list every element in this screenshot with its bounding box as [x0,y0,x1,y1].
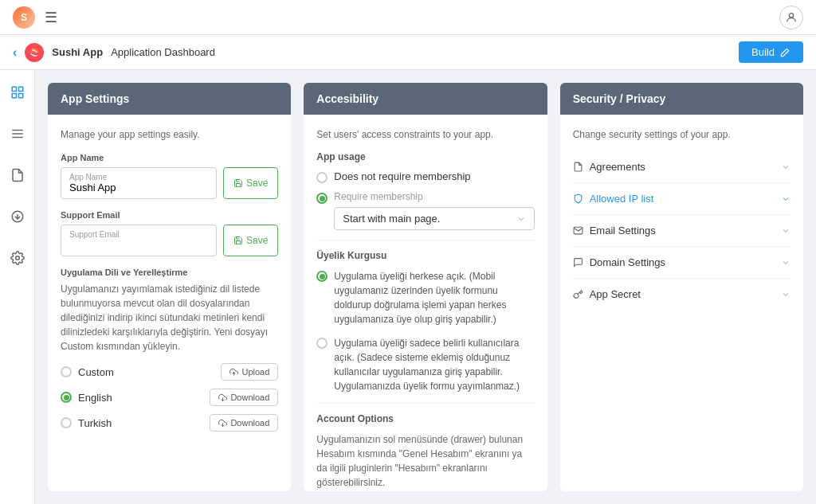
allowed-ip-chevron [781,194,790,204]
membership-section-label: Üyelik Kurgusu [316,250,534,261]
support-email-group: Support Email Save [61,225,278,256]
app-name-input[interactable] [69,182,208,193]
hamburger-icon[interactable]: ☰ [45,9,57,26]
app-secret-chevron [781,290,790,299]
lang-section-label: Uygulama Dili ve Yerelleştirme [61,268,278,277]
security-body: Change security settings of your app. Ag… [560,115,803,491]
account-options-desc: Uygulamanızın sol menüsünde (drawer) bul… [316,432,534,490]
agreements-chevron [781,162,790,172]
domain-settings-chevron [781,258,790,268]
require-membership-block: Require membership Start with main page. [334,191,534,230]
no-membership-radio[interactable] [316,172,328,183]
require-membership-radio[interactable] [316,193,328,204]
main-content: App Settings Manage your app settings ea… [35,70,816,504]
account-options-label: Account Options [316,413,534,424]
custom-radio[interactable] [61,366,72,377]
app-name-field-label: App Name [69,173,208,182]
membership-open-radio[interactable] [316,271,328,282]
turkish-download-button[interactable]: Download [210,414,278,432]
app-name-input-wrapper: App Name [61,167,217,199]
email-settings-label: Email Settings [590,225,656,236]
allowed-ip-label: Allowed IP list [590,193,654,205]
domain-icon [573,257,583,268]
lang-english: English Download [61,389,278,406]
sidebar-item-list[interactable] [5,121,30,147]
agreements-label: Agreements [590,161,645,173]
select-value: Start with main page. [343,213,440,225]
svg-rect-2 [18,87,22,91]
domain-settings-label: Domain Settings [590,256,665,268]
membership-restricted-radio[interactable] [316,338,328,349]
security-item-agreements[interactable]: Agreements [573,151,790,183]
membership-open-option: Uygulama üyeliği herkese açık. (Mobil uy… [316,269,534,326]
app-name-section-label: App Name [61,153,278,162]
top-nav: S ☰ [0,0,816,35]
support-email-section-label: Support Email [61,210,278,220]
app-secret-icon [573,289,583,299]
sidebar-item-document[interactable] [5,162,30,188]
security-item-email[interactable]: Email Settings [573,215,790,247]
main-page-select[interactable]: Start with main page. [334,207,534,230]
security-header: Security / Privacy [560,83,803,115]
accessibility-body: Set users' access constraints to your ap… [304,115,547,491]
lang-turkish: Turkish Download [61,414,278,432]
sidebar-item-settings[interactable] [5,245,30,271]
svg-rect-1 [12,87,16,91]
custom-upload-button[interactable]: Upload [221,363,278,381]
app-settings-header: App Settings [48,83,291,115]
app-usage-label: App usage [316,151,534,162]
accessibility-column: Accesibility Set users' access constrain… [304,83,547,491]
app-logo: S [13,6,35,29]
app-name-save-button[interactable]: Save [223,167,278,199]
no-membership-label: Does not require membership [334,170,470,182]
sidebar-item-download[interactable] [5,204,30,229]
app-icon: 🍣 [25,43,44,62]
support-email-input-wrapper: Support Email [61,225,217,256]
email-settings-chevron [781,226,790,236]
custom-label: Custom [78,366,114,378]
svg-rect-3 [12,94,16,98]
app-settings-description: Manage your app settings easily. [61,127,278,142]
no-membership-option: Does not require membership [316,170,534,183]
page-title: Application Dashboard [111,46,215,58]
turkish-label: Turkish [78,417,112,429]
agreements-icon [573,162,583,172]
require-membership-label: Require membership [334,191,534,202]
accessibility-header: Accesibility [304,83,547,115]
build-button[interactable]: Build [739,41,803,63]
back-button[interactable]: ‹ [13,45,17,60]
email-icon [573,225,583,236]
english-download-button[interactable]: Download [210,389,278,406]
svg-rect-4 [18,94,22,98]
support-email-field-label: Support Email [69,230,208,239]
lang-description: Uygulamanızı yayımlamak istediğiniz dil … [61,282,278,354]
security-item-allowed-ip[interactable]: Allowed IP list [573,183,790,215]
app-name-label: Sushi App [52,46,103,58]
app-settings-body: Manage your app settings easily. App Nam… [48,115,291,491]
svg-point-10 [15,256,19,260]
turkish-radio[interactable] [61,417,72,428]
app-settings-column: App Settings Manage your app settings ea… [48,83,291,491]
sidebar-item-apps[interactable] [5,80,30,105]
security-description: Change security settings of your app. [573,127,790,142]
main-layout: App Settings Manage your app settings ea… [0,70,816,504]
support-email-save-button[interactable]: Save [223,225,278,256]
require-membership-option: Require membership Start with main page. [316,191,534,230]
security-item-domain[interactable]: Domain Settings [573,247,790,279]
app-name-group: App Name Save [61,167,278,199]
membership-restricted-option: Uygulama üyeliği sadece belirli kullanıc… [316,336,534,393]
accessibility-description: Set users' access constraints to your ap… [316,127,534,142]
english-radio[interactable] [61,392,72,403]
support-email-input[interactable] [69,239,208,251]
security-column: Security / Privacy Change security setti… [560,83,803,491]
lang-custom: Custom Upload [61,363,278,381]
svg-point-0 [789,13,793,17]
security-item-app-secret[interactable]: App Secret [573,279,790,310]
app-secret-label: App Secret [590,288,641,300]
allowed-ip-icon [573,193,583,204]
sidebar [0,70,35,504]
breadcrumb-bar: ‹ 🍣 Sushi App Application Dashboard Buil… [0,35,816,70]
english-label: English [78,392,112,404]
user-avatar[interactable] [779,6,803,29]
